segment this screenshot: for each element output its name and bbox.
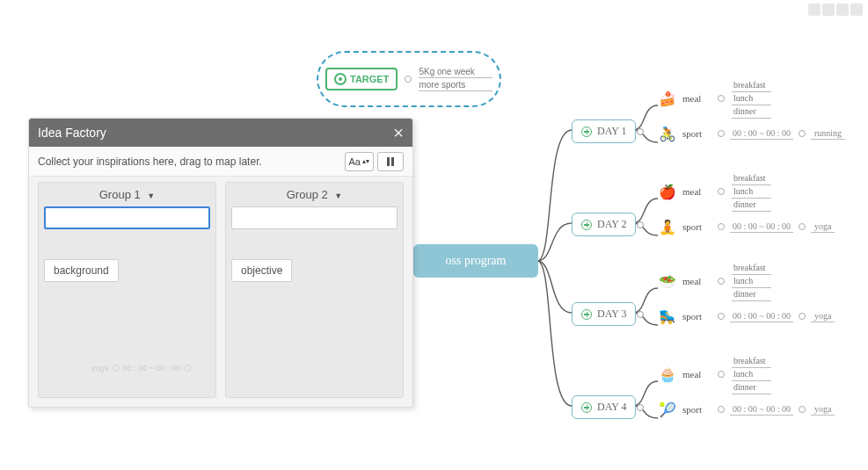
- sport-row[interactable]: 🛼 sport 00 : 00 ~ 00 : 00 yoga: [658, 304, 868, 329]
- target-lines: 5Kg one week more sports: [419, 67, 492, 91]
- target-line-2[interactable]: more sports: [419, 80, 492, 91]
- group-title[interactable]: Group 1 ▼: [44, 188, 210, 201]
- time-range[interactable]: 00 : 00 ~ 00 : 00: [730, 311, 793, 322]
- sport-label: sport: [682, 128, 712, 139]
- time-range[interactable]: 00 : 00 ~ 00 : 00: [730, 404, 793, 416]
- meal-icon: 🍰: [658, 89, 677, 108]
- stepper-icon: ▴▾: [362, 157, 369, 165]
- node-port: [637, 404, 644, 411]
- port-icon: [718, 313, 725, 320]
- view-btn-1[interactable]: [808, 4, 821, 16]
- day-label: DAY 4: [597, 401, 626, 414]
- day-node-3[interactable]: DAY 3: [572, 302, 636, 326]
- font-label: Aa: [349, 156, 361, 167]
- meal-row[interactable]: 🍎 meal breakfast lunch dinner: [658, 179, 868, 204]
- expand-icon[interactable]: [581, 127, 592, 137]
- view-btn-4[interactable]: [850, 4, 863, 16]
- node-port: [637, 311, 644, 318]
- meal-icon: 🧁: [658, 365, 677, 384]
- sport-icon: 🧘: [658, 217, 677, 236]
- columns-button[interactable]: [377, 152, 404, 171]
- sport-label: sport: [682, 221, 712, 232]
- mindmap-canvas[interactable]: TARGET 5Kg one week more sports oss prog…: [0, 0, 868, 470]
- ghost-time: 00 : 00 ~ 00 : 00: [123, 364, 180, 372]
- meal-item[interactable]: breakfast: [732, 262, 771, 275]
- time-range[interactable]: 00 : 00 ~ 00 : 00: [730, 128, 793, 140]
- sport-name[interactable]: running: [811, 128, 845, 140]
- port-icon: [799, 223, 806, 230]
- sport-label: sport: [682, 404, 712, 415]
- group-input-1[interactable]: [44, 206, 210, 229]
- sport-name[interactable]: yoga: [811, 311, 835, 322]
- meal-row[interactable]: 🍰 meal breakfast lunch dinner: [658, 86, 868, 111]
- group-column-1: Group 1 ▼ background yoga 00 : 00 ~ 00 :…: [38, 182, 216, 398]
- panel-hint: Collect your inspirations here, drag to …: [38, 155, 262, 168]
- meal-item[interactable]: dinner: [732, 381, 771, 394]
- sport-icon: 🚴: [658, 124, 677, 143]
- day-label: DAY 3: [597, 307, 626, 321]
- meal-item[interactable]: breakfast: [732, 79, 771, 92]
- idea-chip[interactable]: background: [44, 259, 119, 282]
- meal-item[interactable]: lunch: [732, 92, 771, 105]
- time-range[interactable]: 00 : 00 ~ 00 : 00: [730, 221, 793, 233]
- meal-row[interactable]: 🧁 meal breakfast lunch dinner: [658, 362, 868, 387]
- day-node-2[interactable]: DAY 2: [572, 213, 636, 236]
- sport-name[interactable]: yoga: [811, 221, 835, 233]
- sport-row[interactable]: 🚴 sport 00 : 00 ~ 00 : 00 running: [658, 121, 868, 146]
- group-title[interactable]: Group 2 ▼: [231, 188, 398, 201]
- port-icon: [718, 130, 725, 137]
- idea-chip[interactable]: objective: [231, 259, 292, 282]
- meal-item[interactable]: dinner: [732, 199, 771, 212]
- sport-label: sport: [682, 311, 712, 322]
- meal-row[interactable]: 🥗 meal breakfast lunch dinner: [658, 269, 868, 293]
- expand-icon[interactable]: [581, 402, 592, 413]
- sport-row[interactable]: 🎾 sport 00 : 00 ~ 00 : 00 yoga: [658, 397, 868, 422]
- meal-item[interactable]: dinner: [732, 288, 771, 301]
- day-detail-4: 🧁 meal breakfast lunch dinner 🎾 sport 00…: [658, 362, 868, 422]
- meal-item[interactable]: lunch: [732, 368, 771, 381]
- sport-icon: 🛼: [658, 307, 677, 326]
- panel-header[interactable]: Idea Factory ×: [29, 119, 412, 147]
- central-topic[interactable]: oss program: [413, 244, 538, 278]
- port-icon: [718, 278, 725, 285]
- meal-item[interactable]: lunch: [732, 185, 771, 199]
- view-btn-3[interactable]: [836, 4, 849, 16]
- sport-name[interactable]: yoga: [811, 404, 835, 416]
- meal-list: breakfast lunch dinner: [732, 79, 771, 119]
- meal-item[interactable]: lunch: [732, 275, 771, 288]
- ghost-preview: yoga 00 : 00 ~ 00 : 00: [91, 364, 191, 372]
- port-icon: [799, 130, 806, 137]
- day-label: DAY 2: [597, 218, 626, 231]
- idea-factory-panel: Idea Factory × Collect your inspirations…: [28, 118, 413, 408]
- font-size-button[interactable]: Aa ▴▾: [345, 152, 374, 171]
- meal-item[interactable]: breakfast: [732, 355, 771, 368]
- view-btn-2[interactable]: [822, 4, 835, 16]
- node-port: [637, 221, 644, 228]
- target-port: [405, 76, 412, 83]
- group-column-2: Group 2 ▼ objective: [225, 182, 404, 398]
- target-line-1[interactable]: 5Kg one week: [419, 67, 492, 78]
- meal-label: meal: [682, 276, 712, 286]
- chevron-down-icon: ▼: [147, 192, 155, 200]
- meal-item[interactable]: dinner: [732, 105, 771, 119]
- chevron-down-icon: ▼: [334, 192, 342, 200]
- meal-label: meal: [682, 93, 712, 104]
- group-input-2[interactable]: [231, 206, 398, 229]
- day-detail-2: 🍎 meal breakfast lunch dinner 🧘 sport 00…: [658, 179, 868, 239]
- port-icon: [718, 371, 725, 378]
- meal-icon: 🍎: [658, 182, 677, 201]
- sport-row[interactable]: 🧘 sport 00 : 00 ~ 00 : 00 yoga: [658, 214, 868, 239]
- day-node-4[interactable]: DAY 4: [572, 395, 636, 419]
- meal-list: breakfast lunch dinner: [732, 355, 771, 394]
- expand-icon[interactable]: [581, 220, 592, 230]
- day-node-1[interactable]: DAY 1: [572, 119, 636, 143]
- close-icon[interactable]: ×: [393, 124, 404, 141]
- port-icon: [799, 406, 806, 413]
- target-badge[interactable]: TARGET: [325, 68, 398, 90]
- meal-item[interactable]: breakfast: [732, 172, 771, 185]
- expand-icon[interactable]: [581, 309, 592, 320]
- target-cloud[interactable]: TARGET 5Kg one week more sports: [317, 51, 501, 107]
- node-port: [637, 128, 644, 135]
- target-badge-label: TARGET: [350, 74, 389, 84]
- central-topic-label: oss program: [446, 254, 507, 268]
